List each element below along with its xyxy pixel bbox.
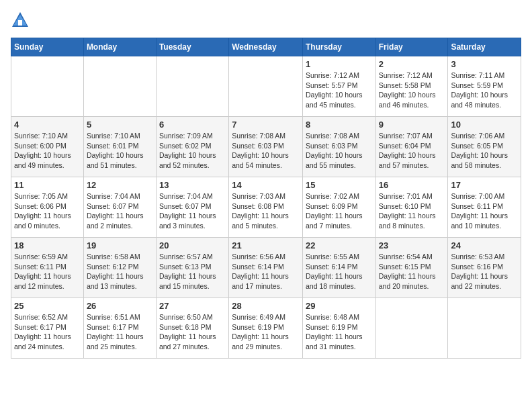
calendar-cell: 3Sunrise: 7:11 AM Sunset: 5:59 PM Daylig… xyxy=(448,56,521,117)
logo-icon xyxy=(11,11,30,30)
day-of-week-header: Thursday xyxy=(302,38,375,56)
day-number: 23 xyxy=(379,240,445,250)
day-info: Sunrise: 6:56 AM Sunset: 6:14 PM Dayligh… xyxy=(232,252,300,291)
day-info: Sunrise: 6:54 AM Sunset: 6:15 PM Dayligh… xyxy=(379,252,445,291)
day-of-week-header: Monday xyxy=(83,38,156,56)
day-number: 29 xyxy=(306,301,373,311)
day-info: Sunrise: 7:05 AM Sunset: 6:06 PM Dayligh… xyxy=(14,191,81,231)
day-info: Sunrise: 7:09 AM Sunset: 6:02 PM Dayligh… xyxy=(159,131,226,171)
calendar-cell: 21Sunrise: 6:56 AM Sunset: 6:14 PM Dayli… xyxy=(229,238,303,298)
day-of-week-header: Tuesday xyxy=(156,38,228,56)
calendar-cell: 6Sunrise: 7:09 AM Sunset: 6:02 PM Daylig… xyxy=(156,117,228,177)
day-number: 18 xyxy=(14,240,81,250)
calendar-cell: 24Sunrise: 6:53 AM Sunset: 6:16 PM Dayli… xyxy=(448,238,521,298)
day-number: 14 xyxy=(232,180,300,190)
day-info: Sunrise: 6:50 AM Sunset: 6:18 PM Dayligh… xyxy=(159,312,226,352)
day-info: Sunrise: 6:57 AM Sunset: 6:13 PM Dayligh… xyxy=(159,252,226,291)
day-info: Sunrise: 7:08 AM Sunset: 6:03 PM Dayligh… xyxy=(232,131,300,171)
calendar-cell: 4Sunrise: 7:10 AM Sunset: 6:00 PM Daylig… xyxy=(11,117,84,177)
day-of-week-header: Wednesday xyxy=(229,38,303,56)
calendar-cell: 5Sunrise: 7:10 AM Sunset: 6:01 PM Daylig… xyxy=(83,117,156,177)
calendar-week-row: 25Sunrise: 6:52 AM Sunset: 6:17 PM Dayli… xyxy=(11,298,521,359)
calendar-cell: 14Sunrise: 7:03 AM Sunset: 6:08 PM Dayli… xyxy=(229,177,303,238)
day-number: 8 xyxy=(306,120,373,130)
day-info: Sunrise: 6:52 AM Sunset: 6:17 PM Dayligh… xyxy=(14,312,81,352)
day-number: 2 xyxy=(379,59,445,69)
day-number: 22 xyxy=(306,240,373,250)
day-number: 28 xyxy=(232,301,300,311)
calendar-cell: 7Sunrise: 7:08 AM Sunset: 6:03 PM Daylig… xyxy=(229,117,303,177)
calendar-cell: 19Sunrise: 6:58 AM Sunset: 6:12 PM Dayli… xyxy=(83,238,156,298)
calendar-week-row: 11Sunrise: 7:05 AM Sunset: 6:06 PM Dayli… xyxy=(11,177,521,238)
day-number: 25 xyxy=(14,301,81,311)
calendar-table: SundayMondayTuesdayWednesdayThursdayFrid… xyxy=(11,38,521,359)
day-number: 19 xyxy=(87,240,153,250)
calendar-cell: 17Sunrise: 7:00 AM Sunset: 6:11 PM Dayli… xyxy=(448,177,521,238)
day-number: 7 xyxy=(232,120,300,130)
day-info: Sunrise: 7:00 AM Sunset: 6:11 PM Dayligh… xyxy=(451,191,518,231)
calendar-week-row: 1Sunrise: 7:12 AM Sunset: 5:57 PM Daylig… xyxy=(11,56,521,117)
calendar-cell: 22Sunrise: 6:55 AM Sunset: 6:14 PM Dayli… xyxy=(302,238,375,298)
calendar-cell: 12Sunrise: 7:04 AM Sunset: 6:07 PM Dayli… xyxy=(83,177,156,238)
day-number: 24 xyxy=(451,240,518,250)
day-number: 4 xyxy=(14,120,81,130)
day-number: 3 xyxy=(451,59,518,69)
svg-rect-2 xyxy=(18,20,22,26)
day-info: Sunrise: 6:59 AM Sunset: 6:11 PM Dayligh… xyxy=(14,252,81,291)
calendar-cell xyxy=(375,298,448,359)
day-info: Sunrise: 7:10 AM Sunset: 6:00 PM Dayligh… xyxy=(14,131,81,171)
calendar-cell: 23Sunrise: 6:54 AM Sunset: 6:15 PM Dayli… xyxy=(375,238,448,298)
day-info: Sunrise: 7:03 AM Sunset: 6:08 PM Dayligh… xyxy=(232,191,300,231)
day-info: Sunrise: 7:11 AM Sunset: 5:59 PM Dayligh… xyxy=(451,71,518,110)
day-number: 21 xyxy=(232,240,300,250)
day-info: Sunrise: 7:08 AM Sunset: 6:03 PM Dayligh… xyxy=(306,131,373,171)
page-header xyxy=(11,11,521,30)
calendar-cell: 18Sunrise: 6:59 AM Sunset: 6:11 PM Dayli… xyxy=(11,238,84,298)
logo xyxy=(11,11,32,30)
day-info: Sunrise: 7:04 AM Sunset: 6:07 PM Dayligh… xyxy=(159,191,226,231)
day-info: Sunrise: 6:48 AM Sunset: 6:19 PM Dayligh… xyxy=(306,312,373,352)
calendar-cell: 8Sunrise: 7:08 AM Sunset: 6:03 PM Daylig… xyxy=(302,117,375,177)
day-number: 1 xyxy=(306,59,373,69)
day-number: 6 xyxy=(159,120,226,130)
calendar-cell: 28Sunrise: 6:49 AM Sunset: 6:19 PM Dayli… xyxy=(229,298,303,359)
day-of-week-header: Sunday xyxy=(11,38,84,56)
day-number: 5 xyxy=(87,120,153,130)
day-info: Sunrise: 7:07 AM Sunset: 6:04 PM Dayligh… xyxy=(379,131,445,171)
calendar-cell xyxy=(448,298,521,359)
calendar-cell xyxy=(156,56,228,117)
day-info: Sunrise: 7:04 AM Sunset: 6:07 PM Dayligh… xyxy=(87,191,153,231)
day-info: Sunrise: 7:12 AM Sunset: 5:58 PM Dayligh… xyxy=(379,71,445,110)
day-info: Sunrise: 7:06 AM Sunset: 6:05 PM Dayligh… xyxy=(451,131,518,171)
day-info: Sunrise: 7:02 AM Sunset: 6:09 PM Dayligh… xyxy=(306,191,373,231)
day-info: Sunrise: 6:58 AM Sunset: 6:12 PM Dayligh… xyxy=(87,252,153,291)
calendar-cell: 25Sunrise: 6:52 AM Sunset: 6:17 PM Dayli… xyxy=(11,298,84,359)
calendar-week-row: 18Sunrise: 6:59 AM Sunset: 6:11 PM Dayli… xyxy=(11,238,521,298)
calendar-week-row: 4Sunrise: 7:10 AM Sunset: 6:00 PM Daylig… xyxy=(11,117,521,177)
day-number: 20 xyxy=(159,240,226,250)
calendar-cell: 15Sunrise: 7:02 AM Sunset: 6:09 PM Dayli… xyxy=(302,177,375,238)
day-of-week-header: Friday xyxy=(375,38,448,56)
calendar-cell: 10Sunrise: 7:06 AM Sunset: 6:05 PM Dayli… xyxy=(448,117,521,177)
calendar-cell: 16Sunrise: 7:01 AM Sunset: 6:10 PM Dayli… xyxy=(375,177,448,238)
day-number: 10 xyxy=(451,120,518,130)
day-number: 11 xyxy=(14,180,81,190)
day-info: Sunrise: 6:51 AM Sunset: 6:17 PM Dayligh… xyxy=(87,312,153,352)
day-info: Sunrise: 6:53 AM Sunset: 6:16 PM Dayligh… xyxy=(451,252,518,291)
day-number: 26 xyxy=(87,301,153,311)
day-info: Sunrise: 6:55 AM Sunset: 6:14 PM Dayligh… xyxy=(306,252,373,291)
calendar-cell: 26Sunrise: 6:51 AM Sunset: 6:17 PM Dayli… xyxy=(83,298,156,359)
calendar-cell: 20Sunrise: 6:57 AM Sunset: 6:13 PM Dayli… xyxy=(156,238,228,298)
day-number: 13 xyxy=(159,180,226,190)
calendar-cell: 27Sunrise: 6:50 AM Sunset: 6:18 PM Dayli… xyxy=(156,298,228,359)
calendar-cell: 9Sunrise: 7:07 AM Sunset: 6:04 PM Daylig… xyxy=(375,117,448,177)
day-info: Sunrise: 7:10 AM Sunset: 6:01 PM Dayligh… xyxy=(87,131,153,171)
day-info: Sunrise: 7:12 AM Sunset: 5:57 PM Dayligh… xyxy=(306,71,373,110)
calendar-header-row: SundayMondayTuesdayWednesdayThursdayFrid… xyxy=(11,38,521,56)
day-info: Sunrise: 7:01 AM Sunset: 6:10 PM Dayligh… xyxy=(379,191,445,231)
calendar-cell xyxy=(229,56,303,117)
calendar-cell xyxy=(83,56,156,117)
calendar-cell xyxy=(11,56,84,117)
day-number: 9 xyxy=(379,120,445,130)
day-number: 16 xyxy=(379,180,445,190)
